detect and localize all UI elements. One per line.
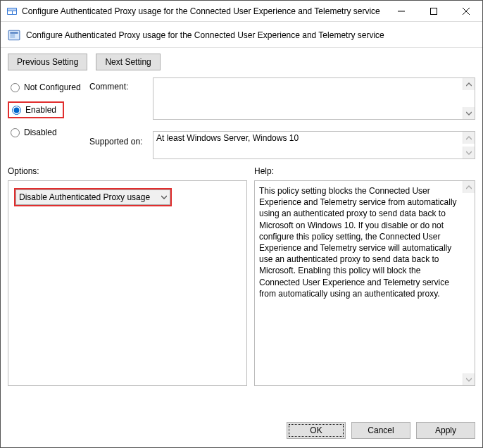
- radio-not-configured[interactable]: Not Configured: [8, 80, 89, 94]
- svg-rect-3: [13, 11, 16, 14]
- config-grid: Not Configured Enabled Disabled Comment:…: [1, 77, 482, 166]
- header-band: Configure Authenticated Proxy usage for …: [1, 22, 482, 44]
- scroll-down-button[interactable]: [463, 147, 475, 158]
- supported-on-field: At least Windows Server, Windows 10: [153, 131, 475, 159]
- radio-not-configured-label: Not Configured: [24, 82, 81, 92]
- scroll-up-button[interactable]: [463, 132, 475, 144]
- radio-disabled-input[interactable]: [11, 128, 20, 137]
- proxy-usage-dropdown[interactable]: Disable Authenticated Proxy usage: [15, 189, 170, 205]
- chevron-down-icon: [161, 192, 167, 202]
- maximize-button[interactable]: [418, 1, 450, 21]
- help-text: This policy setting blocks the Connected…: [259, 185, 459, 299]
- options-panel: Disable Authenticated Proxy usage: [8, 180, 247, 386]
- previous-setting-button[interactable]: Previous Setting: [8, 54, 87, 70]
- comment-label: Comment:: [89, 82, 153, 92]
- titlebar: Configure Authenticated Proxy usage for …: [1, 1, 482, 22]
- supported-on-value: At least Windows Server, Windows 10: [156, 133, 299, 143]
- help-label: Help:: [254, 166, 475, 176]
- comment-field[interactable]: [153, 77, 475, 120]
- scroll-up-button[interactable]: [463, 181, 475, 193]
- help-section: Help: This policy setting blocks the Con…: [254, 166, 475, 413]
- policy-icon: [8, 29, 20, 42]
- header-text: Configure Authenticated Proxy usage for …: [26, 30, 384, 40]
- close-button[interactable]: [450, 1, 482, 21]
- nav-row: Previous Setting Next Setting: [1, 54, 482, 77]
- cancel-button[interactable]: Cancel: [351, 422, 410, 439]
- svg-rect-9: [10, 32, 18, 34]
- ok-button[interactable]: OK: [287, 422, 346, 439]
- state-radios: Not Configured Enabled Disabled: [8, 77, 89, 139]
- footer-buttons: OK Cancel Apply: [1, 413, 482, 447]
- field-values: At least Windows Server, Windows 10: [153, 77, 475, 159]
- options-dropdown-highlight: Disable Authenticated Proxy usage: [14, 188, 172, 206]
- app-icon: [6, 6, 18, 17]
- svg-rect-11: [10, 37, 15, 38]
- scroll-down-button[interactable]: [463, 373, 475, 385]
- dropdown-value: Disable Authenticated Proxy usage: [19, 192, 150, 202]
- divider: [1, 47, 482, 48]
- comment-scrollbar: [463, 78, 475, 119]
- scroll-down-button[interactable]: [463, 107, 475, 119]
- help-panel: This policy setting blocks the Connected…: [254, 180, 475, 386]
- radio-enabled-label: Enabled: [25, 105, 56, 115]
- next-setting-button[interactable]: Next Setting: [96, 54, 160, 70]
- radio-enabled[interactable]: Enabled: [8, 101, 64, 118]
- minimize-button[interactable]: [385, 1, 418, 21]
- svg-rect-10: [10, 35, 15, 36]
- supported-on-label: Supported on:: [89, 137, 153, 147]
- radio-disabled[interactable]: Disabled: [8, 125, 89, 139]
- lower-panels: Options: Disable Authenticated Proxy usa…: [1, 166, 482, 413]
- svg-rect-1: [8, 8, 16, 11]
- window-controls: [385, 1, 482, 21]
- scroll-up-button[interactable]: [463, 78, 475, 90]
- svg-rect-5: [431, 8, 437, 14]
- radio-enabled-input[interactable]: [12, 106, 21, 115]
- field-labels: Comment: Supported on:: [89, 77, 153, 147]
- options-section: Options: Disable Authenticated Proxy usa…: [8, 166, 247, 413]
- window-title: Configure Authenticated Proxy usage for …: [22, 6, 385, 16]
- svg-rect-2: [8, 11, 12, 14]
- radio-not-configured-input[interactable]: [11, 83, 20, 92]
- apply-button[interactable]: Apply: [416, 422, 475, 439]
- supported-scrollbar: [463, 132, 475, 158]
- help-scrollbar: [463, 181, 475, 385]
- radio-disabled-label: Disabled: [24, 127, 57, 137]
- options-label: Options:: [8, 166, 247, 176]
